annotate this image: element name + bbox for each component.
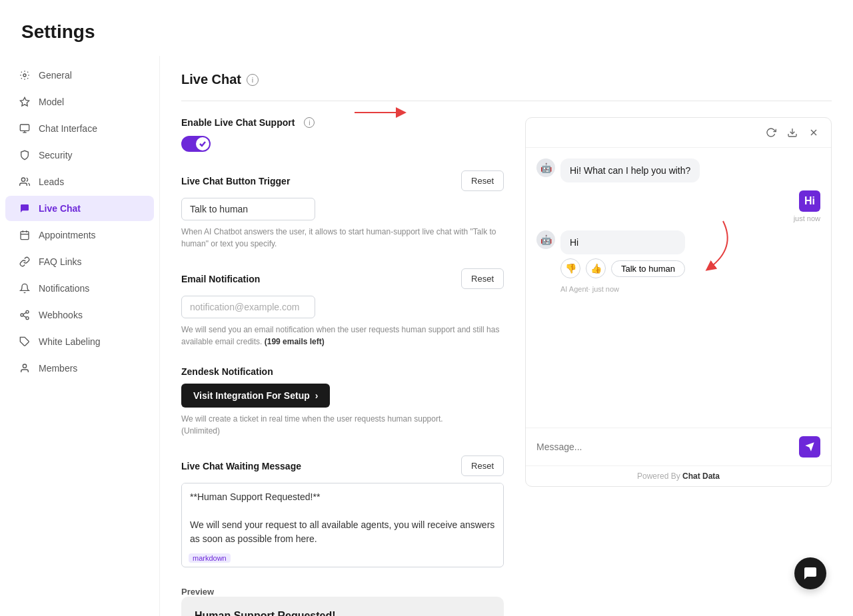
sidebar-label-general: General: [39, 70, 72, 81]
sidebar-label-model: Model: [39, 97, 64, 107]
waiting-textarea[interactable]: **Human Support Requested!** We will sen…: [182, 483, 503, 565]
sidebar-item-security[interactable]: Security: [5, 143, 154, 168]
star-icon: [19, 96, 31, 108]
refresh-icon[interactable]: [764, 126, 778, 139]
page-title: Settings: [0, 0, 853, 56]
section-info-icon[interactable]: i: [247, 74, 259, 86]
gear-icon: [19, 69, 31, 81]
email-label: Email Notification: [181, 274, 260, 284]
sidebar-label-security: Security: [39, 150, 73, 160]
monitor-icon: [19, 123, 31, 135]
talk-to-human-button[interactable]: Talk to human: [611, 260, 685, 277]
chat-messages: 🤖 Hi! What can I help you with? Hi just …: [526, 148, 831, 428]
sidebar-label-members: Members: [39, 363, 77, 374]
bot-bubble-1: Hi! What can I help you with?: [560, 158, 700, 182]
arrow-annotation-1: [355, 106, 421, 133]
close-icon[interactable]: [807, 126, 820, 139]
user-avatar: Hi: [799, 190, 820, 212]
bot-message-2-content: Hi 👎 👍 Talk to human AI Agent· just now: [560, 230, 685, 293]
thumbs-down-button[interactable]: 👎: [560, 258, 580, 278]
svg-point-0: [23, 74, 26, 77]
sidebar-item-general[interactable]: General: [5, 63, 154, 88]
sidebar-label-notifications: Notifications: [39, 283, 89, 294]
zendesk-label: Zendesk Notification: [181, 366, 504, 377]
svg-rect-6: [21, 232, 29, 240]
sidebar: General Model Chat Interface Security: [0, 56, 160, 616]
waiting-label: Live Chat Waiting Message: [181, 461, 301, 471]
download-icon[interactable]: [786, 126, 799, 139]
section-header: Live Chat i: [181, 56, 832, 101]
sidebar-label-faq-links: FAQ Links: [39, 256, 82, 267]
svg-point-11: [21, 314, 23, 316]
enable-info-icon[interactable]: i: [304, 117, 315, 128]
bot-message-2: 🤖 Hi 👎 👍 Talk to human AI Agent· just no…: [536, 230, 820, 293]
sidebar-label-white-labeling: White Labeling: [39, 336, 101, 347]
send-button[interactable]: [799, 436, 820, 458]
form-area: Enable Live Chat Support i: [181, 117, 504, 616]
waiting-reset-button[interactable]: Reset: [461, 456, 504, 476]
email-input[interactable]: [181, 296, 315, 318]
svg-point-16: [23, 364, 26, 368]
float-chat-button[interactable]: [794, 557, 826, 589]
action-row: 👎 👍 Talk to human: [560, 258, 685, 278]
main-content: Live Chat i Enable Live Chat Support i: [160, 56, 853, 616]
bot-avatar-2: 🤖: [536, 230, 555, 249]
bot-bubble-2: Hi: [560, 230, 685, 254]
trigger-hint: When AI Chatbot answers the user, it all…: [181, 226, 504, 250]
toggle-knob: [196, 137, 209, 151]
svg-rect-2: [20, 125, 29, 131]
chat-icon: [19, 202, 31, 214]
bot-message-1: 🤖 Hi! What can I help you with?: [536, 158, 820, 182]
email-reset-button[interactable]: Reset: [461, 268, 504, 289]
preview-label: Preview: [181, 587, 214, 597]
trigger-input[interactable]: [181, 198, 315, 220]
svg-line-14: [23, 312, 27, 314]
email-section: Email Notification Reset We will send yo…: [181, 268, 504, 348]
trigger-section: Live Chat Button Trigger Reset When AI C…: [181, 170, 504, 250]
sidebar-item-white-labeling[interactable]: White Labeling: [5, 329, 154, 354]
sidebar-label-appointments: Appointments: [39, 230, 96, 240]
bot-meta: AI Agent· just now: [560, 285, 685, 293]
sidebar-item-faq-links[interactable]: FAQ Links: [5, 249, 154, 274]
svg-point-5: [21, 178, 25, 181]
zendesk-section: Zendesk Notification Visit Integration F…: [181, 366, 504, 437]
waiting-section: Live Chat Waiting Message Reset **Human …: [181, 456, 504, 567]
person-icon: [19, 362, 31, 374]
preview-box-title: Human Support Requested!: [195, 610, 490, 616]
tag-icon: [19, 336, 31, 348]
sidebar-item-leads[interactable]: Leads: [5, 169, 154, 194]
sidebar-item-appointments[interactable]: Appointments: [5, 222, 154, 248]
markdown-badge: markdown: [189, 553, 231, 563]
chat-powered: Powered By Chat Data: [526, 465, 831, 486]
calendar-icon: [19, 229, 31, 241]
sidebar-item-model[interactable]: Model: [5, 89, 154, 115]
webhook-icon: [19, 309, 31, 321]
sidebar-item-notifications[interactable]: Notifications: [5, 276, 154, 301]
bot-avatar-1: 🤖: [536, 158, 555, 177]
sidebar-item-members[interactable]: Members: [5, 356, 154, 381]
sidebar-item-chat-interface[interactable]: Chat Interface: [5, 116, 154, 141]
trigger-label: Live Chat Button Trigger: [181, 176, 290, 186]
sidebar-item-live-chat[interactable]: Live Chat: [5, 196, 154, 221]
section-title: Live Chat: [181, 72, 241, 87]
preview-box: Human Support Requested! We will send yo…: [181, 597, 504, 616]
sidebar-label-live-chat: Live Chat: [39, 203, 81, 214]
svg-line-13: [23, 316, 27, 318]
svg-point-12: [26, 317, 29, 320]
user-time: just now: [794, 214, 820, 222]
page: Settings General Model Chat Interface: [0, 0, 853, 616]
email-hint: We will send you an email notification w…: [181, 324, 504, 348]
sidebar-item-webhooks[interactable]: Webhooks: [5, 302, 154, 328]
sidebar-label-chat-interface: Chat Interface: [39, 123, 97, 134]
user-message-1: Hi just now: [536, 190, 820, 222]
waiting-textarea-wrapper: **Human Support Requested!** We will sen…: [181, 483, 504, 567]
sidebar-label-webhooks: Webhooks: [39, 310, 83, 320]
enable-toggle[interactable]: [181, 136, 211, 152]
thumbs-up-button[interactable]: 👍: [586, 258, 606, 278]
trigger-reset-button[interactable]: Reset: [461, 170, 504, 191]
content-split: Enable Live Chat Support i: [181, 117, 832, 616]
zendesk-button[interactable]: Visit Integration For Setup ›: [181, 384, 330, 408]
svg-point-10: [26, 310, 29, 313]
user-bubble-wrap: Hi just now: [794, 190, 820, 222]
chat-input[interactable]: [536, 442, 794, 452]
